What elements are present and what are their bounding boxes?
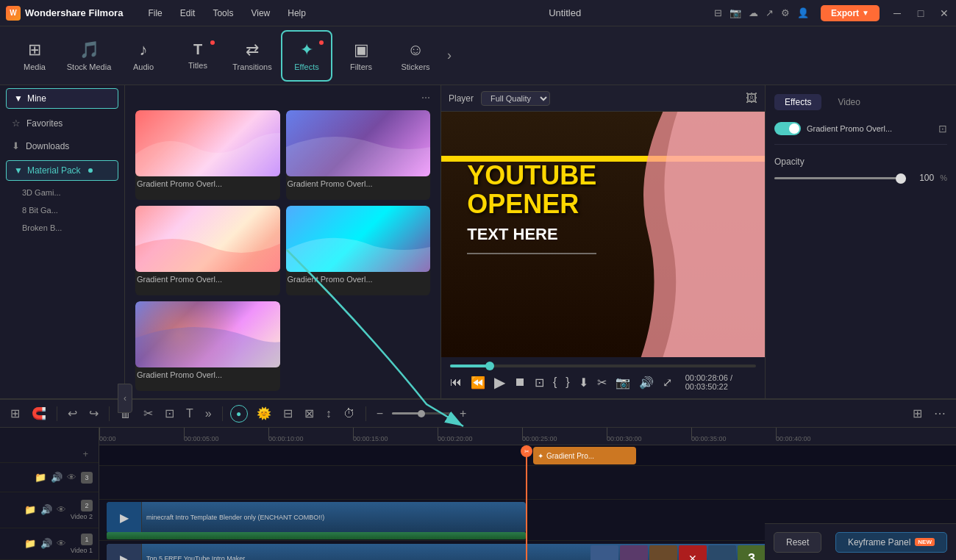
speed-btn[interactable]: ⏱ <box>340 404 358 423</box>
effect-card-1[interactable]: Gradient Promo Overl... <box>135 110 280 200</box>
tool-filters[interactable]: ▣ Filters <box>335 30 387 82</box>
undo-button[interactable]: ↩ <box>65 403 80 423</box>
insert-btn[interactable]: ↕ <box>323 404 335 423</box>
track1-clip[interactable]: ▶ Top 5 FREE YouTube Intro Maker... <box>107 544 768 560</box>
preview-screen-icon[interactable]: 🖼 <box>746 92 757 105</box>
record-button[interactable]: ● <box>230 405 248 423</box>
close-button[interactable]: ✕ <box>938 7 950 19</box>
magnet-button[interactable]: 🧲 <box>29 403 49 423</box>
icon-cloud-upload[interactable]: ☁ <box>749 7 758 18</box>
effect-card-2[interactable]: Gradient Promo Overl... <box>286 110 431 200</box>
tool-transitions[interactable]: ⇄ Transitions <box>226 30 278 82</box>
effect-card-5[interactable]: Gradient Promo Overl... <box>135 301 280 391</box>
step-back-button[interactable]: ⏪ <box>471 376 485 390</box>
maximize-button[interactable]: □ <box>915 7 927 19</box>
tool-titles[interactable]: T Titles <box>172 30 224 82</box>
tab-effects[interactable]: Effects <box>774 94 821 110</box>
icon-minimize-window[interactable]: ⊟ <box>714 7 722 18</box>
time-mark-40: 00:00:40:00 <box>776 428 811 445</box>
window-title: Untitled <box>427 7 702 18</box>
cut-button[interactable]: ✂ <box>140 403 156 423</box>
effect-toggle[interactable] <box>774 122 801 135</box>
toolbar-more-button[interactable]: › <box>447 48 452 63</box>
sidebar-sub-8bit[interactable]: 8 Bit Ga... <box>0 201 124 219</box>
video-text: YOUTUBE OPENER TEXT HERE <box>467 161 596 244</box>
track3-add-icon[interactable]: 📁 <box>35 472 46 483</box>
prev-frame-button[interactable]: ⏮ <box>450 376 462 389</box>
add-track-button[interactable]: ⊞ <box>7 403 23 423</box>
zoom-track[interactable] <box>392 412 451 414</box>
menu-view[interactable]: View <box>243 5 277 21</box>
sidebar-sub-3d-gaming[interactable]: 3D Gami... <box>0 184 124 201</box>
tool-audio[interactable]: ♪ Audio <box>118 30 169 82</box>
sidebar-item-favorites[interactable]: ☆ Favorites <box>0 112 124 134</box>
sidebar-sub-broken[interactable]: Broken B... <box>0 219 124 237</box>
stop-button[interactable]: ⏹ <box>514 376 526 389</box>
sidebar-item-material-pack[interactable]: ▼ Material Pack <box>6 160 118 181</box>
minimize-button[interactable]: ─ <box>891 7 903 19</box>
tool-stickers[interactable]: ☺ Stickers <box>390 30 441 82</box>
icon-settings[interactable]: ⚙ <box>781 7 790 18</box>
menu-file[interactable]: File <box>140 5 169 21</box>
sidebar-item-mine[interactable]: ▼ Mine <box>6 88 118 109</box>
track2-clip[interactable]: ▶ minecraft Intro Template Blender only … <box>107 502 526 533</box>
menu-help[interactable]: Help <box>280 5 313 21</box>
mark-in-button[interactable]: { <box>553 376 557 389</box>
crop-button[interactable]: ⊡ <box>162 403 177 423</box>
audio-button[interactable]: 🔊 <box>639 376 654 390</box>
tool-effects[interactable]: ✦ Effects <box>281 30 332 82</box>
full-frame-button[interactable]: ⊡ <box>535 376 544 390</box>
grid-view-btn[interactable]: ⊞ <box>910 403 925 423</box>
reset-button[interactable]: Reset <box>774 532 821 553</box>
more-tl-button[interactable]: » <box>202 404 215 423</box>
split-btn[interactable]: ⊟ <box>280 403 296 423</box>
plus-zoom-btn[interactable]: + <box>457 404 469 423</box>
tool-media[interactable]: ⊞ Media <box>9 30 60 82</box>
track2-volume-icon[interactable]: 🔊 <box>40 504 52 515</box>
tl-more-btn[interactable]: ⋯ <box>931 403 949 423</box>
sidebar-collapse-button[interactable]: ‹ <box>118 384 125 398</box>
track3-volume-icon[interactable]: 🔊 <box>51 472 63 483</box>
effect-card-3[interactable]: Gradient Promo Overl... <box>135 206 280 295</box>
ripple-btn[interactable]: ⊠ <box>302 403 317 423</box>
text-button[interactable]: T <box>183 404 196 423</box>
opacity-slider[interactable] <box>774 177 906 179</box>
progress-bar[interactable] <box>450 365 756 367</box>
tool-stock-media[interactable]: 🎵 Stock Media <box>63 30 115 82</box>
filters-icon: ▣ <box>354 40 369 60</box>
play-button[interactable]: ▶ <box>494 373 505 391</box>
track1-volume-icon[interactable]: 🔊 <box>40 538 52 549</box>
add-to-track-button[interactable]: ⬇ <box>579 376 588 390</box>
tab-video[interactable]: Video <box>827 94 870 110</box>
track3-eye-icon[interactable]: 👁 <box>67 472 76 483</box>
mark-out-button[interactable]: } <box>566 376 569 389</box>
icon-camera[interactable]: 📷 <box>730 7 741 18</box>
menu-edit[interactable]: Edit <box>173 5 203 21</box>
clip-button[interactable]: ✂ <box>597 376 607 390</box>
snapshot-button[interactable]: 📷 <box>616 376 630 390</box>
export-button[interactable]: Export ▼ <box>821 5 880 21</box>
menu-tools[interactable]: Tools <box>205 5 240 21</box>
color-btn[interactable]: 🌞 <box>254 403 274 423</box>
icon-person[interactable]: 👤 <box>797 7 809 18</box>
sidebar-item-downloads[interactable]: ⬇ Downloads <box>0 134 124 157</box>
effect-settings-icon[interactable]: ⊡ <box>938 123 947 134</box>
keyframe-panel-button[interactable]: Keyframe Panel NEW <box>835 532 947 553</box>
track1-add-icon[interactable]: 📁 <box>24 538 36 549</box>
icon-share[interactable]: ↗ <box>766 7 774 18</box>
track2-eye-icon[interactable]: 👁 <box>57 504 66 515</box>
fx-add-icon[interactable]: + <box>82 448 88 459</box>
track2-add-icon[interactable]: 📁 <box>24 504 36 515</box>
redo-button[interactable]: ↪ <box>86 403 101 423</box>
track1-eye-icon[interactable]: 👁 <box>57 538 66 549</box>
tl-sep-4 <box>365 406 366 421</box>
quality-select[interactable]: Full Quality <box>481 91 550 106</box>
effect-card-4[interactable]: Gradient Promo Overl... <box>286 206 431 295</box>
effects-grid-more-button[interactable]: ⋯ <box>421 93 430 103</box>
minus-zoom-btn[interactable]: − <box>374 404 386 423</box>
fx-track-label: + <box>0 445 99 463</box>
wave-svg-1 <box>135 110 280 176</box>
track3-num: 3 <box>81 472 93 484</box>
fullscreen-button[interactable]: ⤢ <box>663 376 672 390</box>
fx-clip[interactable]: ✦ Gradient Pro... <box>533 447 636 464</box>
